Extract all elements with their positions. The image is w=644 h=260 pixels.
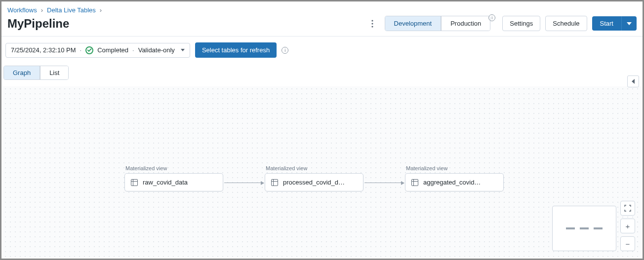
- node-name: aggregated_covid…: [423, 179, 481, 186]
- svg-point-1: [371, 23, 373, 24]
- node-processed-covid-data[interactable]: processed_covid_d…: [265, 173, 363, 191]
- minimap[interactable]: [552, 206, 616, 251]
- chevron-down-icon: [181, 49, 185, 51]
- run-timestamp: 7/25/2024, 2:32:10 PM: [11, 46, 76, 54]
- overflow-menu-button[interactable]: [366, 17, 379, 31]
- node-raw-covid-data[interactable]: raw_covid_data: [124, 173, 223, 191]
- fullscreen-icon: [624, 205, 631, 212]
- svg-point-0: [371, 20, 373, 21]
- tab-graph[interactable]: Graph: [4, 66, 40, 79]
- svg-rect-6: [272, 179, 278, 186]
- mode-production[interactable]: Production: [441, 16, 490, 31]
- kebab-icon: [371, 20, 373, 28]
- minimap-node-icon: [580, 227, 589, 229]
- node-aggregated-covid[interactable]: aggregated_covid…: [405, 173, 504, 191]
- materialized-view-icon: [411, 179, 418, 186]
- edge: [224, 183, 264, 183]
- node-name: raw_covid_data: [143, 179, 188, 186]
- materialized-view-icon: [131, 179, 138, 186]
- run-type: Validate-only: [138, 46, 175, 54]
- separator: ·: [80, 46, 82, 54]
- minimap-node-icon: [594, 227, 603, 229]
- mode-development[interactable]: Development: [385, 16, 442, 31]
- node-type-label: Materialized view: [266, 165, 363, 171]
- settings-button[interactable]: Settings: [502, 16, 540, 31]
- svg-point-2: [371, 26, 373, 27]
- status-completed-icon: [85, 46, 93, 54]
- tab-list[interactable]: List: [40, 66, 68, 79]
- svg-rect-3: [131, 179, 138, 186]
- page-title: MyPipeline: [7, 17, 69, 31]
- edge: [364, 183, 404, 183]
- materialized-view-icon: [271, 179, 278, 186]
- node-name: processed_covid_d…: [283, 179, 345, 186]
- info-icon[interactable]: i: [488, 14, 495, 21]
- breadcrumb: Workflows › Delta Live Tables ›: [1, 1, 643, 16]
- run-status: Completed: [97, 46, 128, 54]
- start-menu-button[interactable]: [621, 16, 637, 31]
- chevron-right-icon: ›: [41, 6, 43, 14]
- view-toggle: Graph List: [3, 66, 69, 80]
- minimap-node-icon: [566, 227, 575, 229]
- node-type-label: Materialized view: [406, 165, 504, 171]
- select-tables-refresh-button[interactable]: Select tables for refresh: [195, 42, 277, 58]
- zoom-in-button[interactable]: +: [620, 219, 635, 233]
- mode-toggle: Development Production: [385, 16, 491, 31]
- run-selector[interactable]: 7/25/2024, 2:32:10 PM · Completed · Vali…: [5, 43, 190, 58]
- chevron-right-icon: ›: [100, 6, 102, 14]
- separator: ·: [132, 46, 134, 54]
- node-type-label: Materialized view: [125, 165, 223, 171]
- breadcrumb-delta-live-tables[interactable]: Delta Live Tables: [47, 6, 96, 14]
- chevron-down-icon: [627, 22, 632, 25]
- start-button[interactable]: Start: [592, 16, 621, 31]
- info-icon[interactable]: i: [282, 47, 288, 54]
- pipeline-canvas[interactable]: Materialized view raw_covid_data Materia…: [3, 86, 641, 257]
- zoom-out-button[interactable]: −: [620, 236, 635, 251]
- schedule-button[interactable]: Schedule: [545, 16, 587, 31]
- collapse-side-panel-button[interactable]: [627, 75, 639, 87]
- breadcrumb-workflows[interactable]: Workflows: [7, 6, 37, 14]
- chevron-left-icon: [632, 79, 635, 84]
- fit-view-button[interactable]: [620, 201, 635, 216]
- svg-rect-9: [412, 179, 418, 186]
